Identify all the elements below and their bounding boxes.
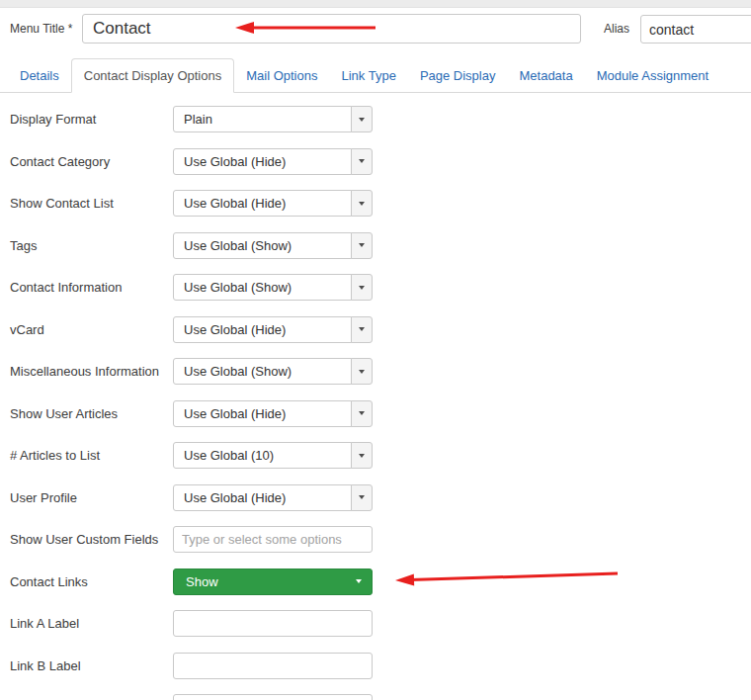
chevron-down-icon [359,202,365,206]
chevron-down-icon [359,370,365,374]
select-dropdown-button[interactable] [351,484,373,511]
select-dropdown-button[interactable] [351,106,373,132]
chevron-down-icon [359,243,365,247]
link-b-label-label: Link B Label [10,653,81,679]
articles-to-list-select[interactable]: Use Global (10) [173,442,373,469]
chevron-down-icon [359,454,365,458]
select-dropdown-button[interactable] [351,190,373,217]
chevron-down-icon [359,159,365,163]
selected-value: Plain [173,106,352,132]
selected-value: Use Global (Hide) [173,316,352,343]
contact-information-label: Contact Information [10,274,122,301]
articles-to-list-label: # Articles to List [10,442,100,469]
form-row-link-a-label: Link A Label [0,610,751,637]
form-row-show-user-custom-fields: Show User Custom Fields [0,526,751,553]
form-row-contact-category: Contact CategoryUse Global (Hide) [0,148,751,175]
display-format-label: Display Format [10,106,96,132]
contact-category-label: Contact Category [10,148,110,175]
form-row-tags: TagsUse Global (Show) [0,232,751,259]
chevron-down-icon [359,118,365,122]
tags-select[interactable]: Use Global (Show) [173,232,373,259]
miscellaneous-information-select[interactable]: Use Global (Show) [173,358,373,385]
form-row-contact-links: Contact LinksShow [0,569,751,595]
select-dropdown-button[interactable] [351,358,373,385]
form-row-articles-to-list: # Articles to ListUse Global (10) [0,442,751,469]
link-a-label-label: Link A Label [10,610,79,637]
tab-bar: DetailsContact Display OptionsMail Optio… [0,58,751,93]
show-user-articles-select[interactable]: Use Global (Hide) [173,400,373,427]
vcard-label: vCard [10,316,44,343]
select-dropdown-button[interactable] [351,232,373,259]
window-top-strip [0,0,751,8]
form-row-display-format: Display FormatPlain [0,106,751,132]
show-contact-list-select[interactable]: Use Global (Hide) [173,190,373,217]
form-rows: Display FormatPlainContact CategoryUse G… [0,106,751,700]
select-dropdown-button[interactable] [351,148,373,175]
contact-links-select[interactable]: Show [173,569,373,595]
vcard-select[interactable]: Use Global (Hide) [173,316,373,343]
form-row-miscellaneous-information: Miscellaneous InformationUse Global (Sho… [0,358,751,385]
select-dropdown-button[interactable] [351,316,373,343]
tab-module-assignment[interactable]: Module Assignment [585,58,720,92]
tab-details[interactable]: Details [8,58,71,92]
contact-links-label: Contact Links [10,569,88,595]
selected-value: Use Global (10) [173,442,352,469]
tab-page-display[interactable]: Page Display [408,58,508,92]
form-row-show-user-articles: Show User ArticlesUse Global (Hide) [0,400,751,427]
alias-label: Alias [604,14,629,44]
chevron-down-icon [356,579,362,583]
selected-value: Use Global (Hide) [173,148,352,175]
selected-value: Use Global (Show) [173,274,352,301]
select-dropdown-button[interactable] [351,442,373,469]
show-user-articles-label: Show User Articles [10,400,118,427]
show-user-custom-fields-input[interactable] [173,526,373,553]
chevron-down-icon [359,495,365,499]
form-row-partial [0,694,751,700]
link-a-label-input[interactable] [173,610,373,637]
tags-label: Tags [10,232,37,259]
tab-link-type[interactable]: Link Type [329,58,407,92]
tab-metadata[interactable]: Metadata [507,58,584,92]
form-row-link-b-label: Link B Label [0,653,751,679]
chevron-down-icon [359,286,365,290]
form-row-user-profile: User ProfileUse Global (Hide) [0,484,751,511]
selected-value: Use Global (Hide) [173,400,352,427]
contact-information-select[interactable]: Use Global (Show) [173,274,373,301]
show-user-custom-fields-label: Show User Custom Fields [10,526,158,553]
selected-value: Show [186,574,218,589]
select-dropdown-button[interactable] [351,274,373,301]
tab-contact-display-options[interactable]: Contact Display Options [71,58,234,93]
user-profile-label: User Profile [10,484,77,511]
form-row-contact-information: Contact InformationUse Global (Show) [0,274,751,301]
tab-mail-options[interactable]: Mail Options [234,58,329,92]
form-row-show-contact-list: Show Contact ListUse Global (Hide) [0,190,751,217]
selected-value: Use Global (Hide) [173,484,352,511]
user-profile-select[interactable]: Use Global (Hide) [173,484,373,511]
selected-value: Use Global (Show) [173,232,352,259]
miscellaneous-information-label: Miscellaneous Information [10,358,159,385]
display-format-select[interactable]: Plain [173,106,373,132]
selected-value: Use Global (Show) [173,358,352,385]
select-dropdown-button[interactable] [351,400,373,427]
menu-title-input[interactable] [82,14,581,44]
alias-input[interactable] [640,15,751,44]
link-b-label-input[interactable] [173,653,373,679]
selected-value: Use Global (Hide) [173,190,352,217]
chevron-down-icon [359,327,365,331]
partial-input[interactable] [173,694,373,700]
contact-category-select[interactable]: Use Global (Hide) [173,148,373,175]
form-row-vcard: vCardUse Global (Hide) [0,316,751,343]
chevron-down-icon [359,411,365,415]
show-contact-list-label: Show Contact List [10,190,114,217]
menu-title-label: Menu Title * [10,14,72,44]
